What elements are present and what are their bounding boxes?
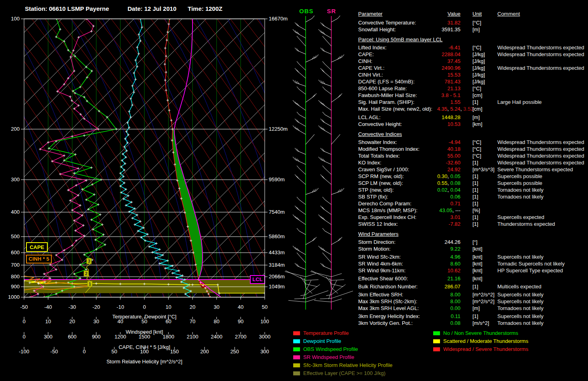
obs-windspeed-profile (44, 19, 116, 297)
parameter-name: Convective Temperature: (358, 19, 437, 26)
legend-label: OBS Windspeed Profile (303, 346, 358, 352)
axis-tick-label: 300 (260, 349, 269, 355)
legend-swatch (293, 347, 300, 351)
legend-swatch (293, 355, 300, 359)
axis-tick-label: 0 (22, 318, 25, 324)
parameter-value: 37.45 (437, 58, 460, 65)
parameter-value: 1.55 (437, 99, 460, 105)
table-row: KO Index:-32.60[1]Widespread Thunderstor… (358, 159, 583, 166)
parameter-comment: Supercells expected (493, 214, 580, 221)
altitude-label: 12250m (269, 126, 288, 132)
pressure-label: 300 (11, 176, 20, 182)
table-section-header: Convective Indices (358, 131, 583, 138)
legend-item: Dewpoint Profile (293, 338, 341, 347)
parameter-name: SR Wind 9km-11km: (358, 267, 437, 274)
axis-tick-label: 1800 (163, 334, 174, 340)
parameter-value: -4.94 (437, 139, 460, 146)
legend-label: Dewpoint Profile (303, 338, 341, 344)
parameter-comment: Tornadoes not likely (493, 320, 580, 326)
parameter-name: Total Totals Index: (358, 152, 437, 159)
table-row: 850-600 Lapse Rate:21.13[°C] (358, 85, 583, 92)
axis-tick-label: 20 (69, 318, 75, 324)
table-row: Exp. Supercell Index CH:3.01[1]Supercell… (358, 214, 583, 221)
pressure-label: 200 (11, 126, 20, 132)
axis-tick-label: 20 (190, 304, 195, 310)
cape-label: CAPE (30, 244, 44, 250)
altitude-label: 7540m (269, 209, 285, 215)
table-row: Max. Hail Size (new, new2, old):4.35, 5.… (358, 105, 583, 112)
parameter-comment: Large Hail possible (493, 99, 580, 105)
parameter-name: SCP LM (new, old): (358, 180, 437, 186)
parameter-comment: Tornadoes not likely (493, 305, 580, 312)
parameter-value: 8.00 (437, 298, 460, 305)
axis-tick-label: 10 (166, 304, 171, 310)
pressure-label: 400 (11, 209, 20, 215)
parameter-name: MCS 18m/s (MMP, MSP): (358, 207, 437, 214)
pressure-label: 100 (11, 16, 20, 22)
parameter-unit: [1] (460, 180, 493, 186)
pressure-label: 900 (11, 284, 20, 290)
parameter-unit: [J/kg] (460, 58, 493, 65)
parameter-unit: [1] (460, 186, 493, 193)
parameter-comment: Widespread Thunderstorms expected (493, 44, 580, 51)
legend-swatch (293, 371, 300, 375)
legend-label: Scattered / Moderate Thunderstorms (443, 338, 528, 344)
table-row: Storm Motion:9.22[knt] (358, 245, 583, 252)
axis-tick-label: -10 (117, 304, 124, 310)
legend-label: Temperature Profile (303, 330, 349, 336)
axis-tick-label: -100 (19, 349, 29, 355)
parameter-unit: [J/kg] (460, 65, 493, 71)
table-row: LCL AGL:1448.28[m] (358, 114, 583, 121)
parameter-value: 0.06 (437, 193, 460, 200)
table-row: SR Wind 4km-6km:8.60[knt]Tornadic Superc… (358, 260, 583, 267)
axis-tick-label: 900 (92, 334, 101, 340)
parameter-comment: Supercells not likely (493, 253, 580, 260)
parameter-name: Bulk Richardson Number: (358, 283, 437, 290)
parameter-value: 21.16 (437, 275, 460, 282)
table-row: Total Totals Index:55.00[°C]Widespread T… (358, 152, 583, 159)
table-row: 3km Energy Helicity Index:0.11[1]Superce… (358, 313, 583, 320)
altitude-label: 16670m (269, 16, 288, 22)
sr-wind-barb-column (310, 16, 353, 310)
parameter-unit: [1] (460, 159, 493, 166)
parameter-value: 8.60 (437, 260, 460, 267)
table-row: CINH Virt.:15.53[J/kg] (358, 71, 583, 78)
parameter-name: Max. Hail Size (new, new2, old): (358, 105, 437, 112)
parameter-name: 3km Energy Helicity Index: (358, 313, 437, 320)
parameter-name: CINH: (358, 58, 437, 65)
parameter-comment: Tornadoes not likely (493, 186, 580, 193)
parameter-name: Lifted Index: (358, 44, 437, 51)
parameter-value: -32.60 (437, 159, 460, 166)
axis-tick-label: -50 (20, 304, 28, 310)
legend-item: Scattered / Moderate Thunderstorms (433, 338, 528, 347)
parameter-value: 21.13 (437, 85, 460, 92)
table-row: Max 3km SRH (Sfc-2km):8.00[m^2/s^2]Super… (358, 298, 583, 305)
pressure-label: 500 (11, 233, 20, 239)
table-row: Effective Shear 6000:21.16[knt] (358, 275, 583, 282)
axis-tick-label: 50 (112, 349, 117, 355)
parameter-name: Modified Thompson Index: (358, 146, 437, 152)
parameter-value: 0.02, 0.04 (437, 186, 460, 193)
parameter-unit: [°C] (460, 44, 493, 51)
axis-tick-label: 80 (214, 318, 219, 324)
parameter-name: Craven SigSvr / 1000: (358, 166, 437, 173)
parameter-comment (493, 19, 580, 26)
legend-item: OBS Windspeed Profile (293, 347, 358, 355)
altitude-label: 4433m (269, 249, 285, 255)
parameter-unit: [1] (460, 193, 493, 200)
axis-tick-label: 300 (44, 334, 53, 340)
legend-swatch (293, 363, 300, 367)
axis-tick-label: 40 (118, 318, 123, 324)
parameter-comment: Tornadoes not likely (493, 193, 580, 200)
legend-swatch (433, 339, 440, 343)
parameter-value: 0.08 (437, 320, 460, 326)
parameter-value: 0.71 (437, 200, 460, 207)
axis-tick-label: 1200 (115, 334, 126, 340)
axis-tick-label: 50 (262, 304, 268, 310)
table-row: MCS 18m/s (MMP, MSP):43.05, ---[%] (358, 207, 583, 214)
altitude-label: 3184m (269, 262, 285, 268)
parameter-name: DCAPE (LFS = 540mB): (358, 78, 437, 85)
table-header-row: ParameterValueUnitComment (358, 10, 583, 17)
obs-wind-barb-column (285, 16, 328, 310)
table-row: Showalter Index:-4.94[°C]Widespread Thun… (358, 139, 583, 146)
